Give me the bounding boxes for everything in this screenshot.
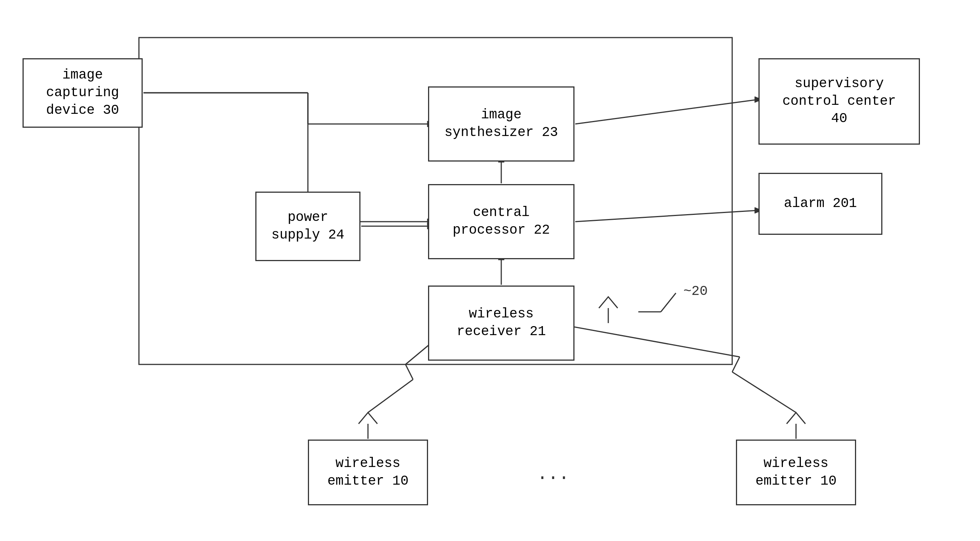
svg-line-22 [368, 380, 413, 413]
power-supply-box: power supply 24 [255, 192, 360, 261]
svg-line-14 [575, 100, 758, 124]
image-capturing-device-label: image capturing device 30 [27, 67, 138, 119]
wireless-emitter-left-label: wireless emitter 10 [328, 455, 409, 490]
wireless-receiver-label: wireless receiver 21 [457, 305, 546, 341]
image-capturing-device-box: image capturing device 30 [22, 58, 143, 128]
svg-line-27 [732, 372, 796, 413]
diagram: image capturing device 30 image synthesi… [0, 0, 980, 541]
supervisory-control-box: supervisory control center 40 [759, 58, 920, 145]
wireless-emitter-right-label: wireless emitter 10 [756, 455, 837, 490]
supervisory-control-label: supervisory control center 40 [783, 75, 896, 128]
wireless-emitter-right-box: wireless emitter 10 [736, 440, 856, 505]
wireless-receiver-box: wireless receiver 21 [428, 286, 574, 361]
svg-line-20 [661, 293, 676, 312]
svg-line-12 [575, 211, 758, 222]
svg-line-28 [732, 357, 740, 372]
alarm-box: alarm 201 [759, 173, 882, 235]
central-processor-label: central processor 22 [452, 204, 550, 239]
wireless-emitter-left-box: wireless emitter 10 [308, 440, 428, 505]
svg-line-29 [563, 325, 740, 357]
ref-label-20: ~20 [683, 284, 708, 299]
alarm-label: alarm 201 [784, 195, 857, 213]
power-supply-label: power supply 24 [272, 209, 344, 244]
dots-label: ... [537, 464, 569, 484]
image-synthesizer-box: image synthesizer 23 [428, 86, 574, 161]
svg-line-23 [406, 364, 413, 380]
central-processor-box: central processor 22 [428, 184, 574, 259]
image-synthesizer-label: image synthesizer 23 [445, 106, 558, 142]
